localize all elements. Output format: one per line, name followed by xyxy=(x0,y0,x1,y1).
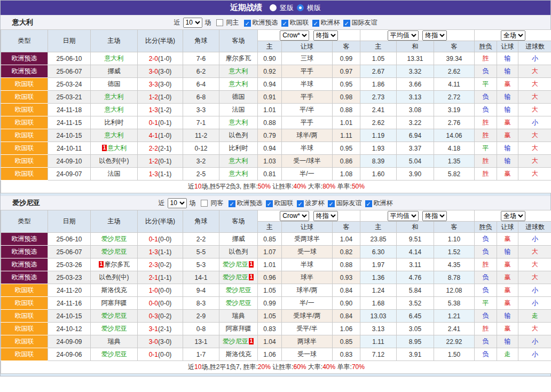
team-name-link[interactable]: 瑞典 xyxy=(232,312,245,319)
team-name-link[interactable]: 意大利 xyxy=(105,131,124,139)
league-checkbox[interactable]: ✓ xyxy=(244,20,251,27)
team-name-link[interactable]: 爱沙尼亚 xyxy=(226,286,251,294)
team-name-link[interactable]: 爱沙尼亚 xyxy=(223,273,248,281)
team-name-link[interactable]: 爱沙尼亚 xyxy=(101,350,127,358)
team-name-link[interactable]: 意大利 xyxy=(107,144,127,152)
team-name-link[interactable]: 摩尔多瓦 xyxy=(104,261,130,268)
bookmaker-select[interactable]: Crow* xyxy=(280,30,309,41)
fulltime-select[interactable]: 全场 xyxy=(501,30,525,41)
team-name-link[interactable]: 阿塞拜疆 xyxy=(226,325,251,332)
bookmaker-stage-select[interactable]: 终指 xyxy=(313,211,338,221)
bookmaker-stage-select[interactable]: 终指 xyxy=(313,30,338,41)
team-name-link[interactable]: 摩尔多瓦 xyxy=(226,54,251,62)
team-name-link[interactable]: 爱沙尼亚 xyxy=(101,312,127,319)
bookmaker-select-cell: Crow* 终指 xyxy=(258,30,360,41)
league-checkbox[interactable]: ✓ xyxy=(343,20,350,27)
team-name-link[interactable]: 意大利 xyxy=(105,93,124,100)
score-cell[interactable]: 1-3(1-1) xyxy=(138,246,183,258)
average-stage-select[interactable]: 终指 xyxy=(422,30,447,41)
league-checkbox[interactable]: ✓ xyxy=(229,200,235,207)
team-name-link[interactable]: 法国 xyxy=(232,106,245,113)
team-name-link[interactable]: 斯洛伐克 xyxy=(226,350,251,358)
score-cell[interactable]: 0-1(0-0) xyxy=(138,233,183,246)
team-name-link[interactable]: 意大利 xyxy=(229,67,248,75)
score-cell[interactable]: 4-1(1-0) xyxy=(138,129,183,142)
average-stage-select[interactable]: 终指 xyxy=(422,211,447,221)
score-cell[interactable]: 3-3(3-0) xyxy=(138,78,183,91)
team-name-link[interactable]: 意大利 xyxy=(229,157,248,164)
team-name-link[interactable]: 意大利 xyxy=(229,119,248,126)
horizontal-layout-radio[interactable] xyxy=(297,4,304,11)
score-cell[interactable]: 0-0(0-0) xyxy=(138,297,183,310)
bookmaker-select[interactable]: Crow* xyxy=(280,211,309,221)
league-checkbox[interactable]: ✓ xyxy=(312,20,319,27)
subcol-handicap-result: 让球 xyxy=(497,222,518,233)
score-cell[interactable]: 3-0(3-0) xyxy=(138,65,183,78)
team-name-link[interactable]: 德国 xyxy=(108,80,121,88)
team-name-link[interactable]: 爱沙尼亚 xyxy=(223,261,248,268)
fulltime-select[interactable]: 全场 xyxy=(501,211,525,221)
team-name-link[interactable]: 以色列(中) xyxy=(99,157,129,164)
same-venue-checkbox[interactable] xyxy=(201,200,208,207)
average-select[interactable]: 平均值 xyxy=(388,211,419,221)
match-row: 欧洲预选 25-06-10 意大利 2-0(1-0) 7-6 摩尔多瓦 0.90… xyxy=(1,52,551,65)
avg-home-odds-cell: 23.85 xyxy=(360,233,397,246)
home-cell: 爱沙尼亚 xyxy=(91,310,138,323)
vertical-layout-label[interactable]: 竖版 xyxy=(280,3,294,13)
score-cell[interactable]: 1-3(1-2) xyxy=(138,104,183,116)
team-name-link[interactable]: 比利时 xyxy=(105,119,124,126)
score-cell[interactable]: 0-1(0-1) xyxy=(138,116,183,129)
score-cell[interactable]: 2-3(0-2) xyxy=(138,258,183,271)
same-venue-checkbox[interactable] xyxy=(216,19,223,26)
match-count-select[interactable]: 10 xyxy=(168,198,187,208)
league-checkbox[interactable]: ✓ xyxy=(297,200,304,207)
result-text: 赢 xyxy=(505,235,511,242)
score-cell[interactable]: 1-0(0-0) xyxy=(138,284,183,297)
team-name-link[interactable]: 挪威 xyxy=(108,67,121,75)
team-name-link[interactable]: 意大利 xyxy=(229,80,248,88)
league-checkbox[interactable]: ✓ xyxy=(365,200,372,207)
match-count-select[interactable]: 10 xyxy=(183,18,202,28)
team-name-link[interactable]: 意大利 xyxy=(105,106,124,113)
score-cell[interactable]: 2-2(2-1) xyxy=(138,142,183,155)
score-cell[interactable]: 1-2(1-0) xyxy=(138,91,183,104)
team-name-link[interactable]: 爱沙尼亚 xyxy=(226,299,251,307)
team-name-link[interactable]: 意大利 xyxy=(229,170,248,177)
vertical-layout-radio[interactable] xyxy=(270,4,277,11)
team-name-link[interactable]: 爱沙尼亚 xyxy=(101,325,127,332)
horizontal-layout-label[interactable]: 横版 xyxy=(307,3,321,13)
team-name-link[interactable]: 挪威 xyxy=(232,235,245,242)
score-cell[interactable]: 1-3(1-1) xyxy=(138,168,183,181)
team-name-link[interactable]: 爱沙尼亚 xyxy=(223,338,248,345)
score-cell[interactable]: 3-1(2-1) xyxy=(138,323,183,335)
team-name-link[interactable]: 意大利 xyxy=(105,54,124,62)
away-cell: 意大利 xyxy=(219,78,258,91)
score-cell[interactable]: 0-1(0-0) xyxy=(138,348,183,361)
result-text: 平 xyxy=(483,144,489,152)
team-name-link[interactable]: 法国 xyxy=(108,170,121,177)
score-cell[interactable]: 3-0(3-0) xyxy=(138,335,183,348)
team-name-link[interactable]: 以色列 xyxy=(229,248,248,255)
score-cell[interactable]: 2-0(1-0) xyxy=(138,52,183,65)
corner-cell: 2-9 xyxy=(183,310,219,323)
league-checkbox[interactable]: ✓ xyxy=(328,200,335,207)
average-select[interactable]: 平均值 xyxy=(388,30,419,41)
league-checkbox[interactable]: ✓ xyxy=(281,20,288,27)
handicap-result-cell: 输 xyxy=(497,155,518,168)
team-name-link[interactable]: 阿塞拜疆 xyxy=(101,299,127,307)
team-name-link[interactable]: 爱沙尼亚 xyxy=(101,248,127,255)
team-name-link[interactable]: 爱沙尼亚 xyxy=(101,235,127,242)
team-name-link[interactable]: 德国 xyxy=(232,93,245,100)
league-checkbox[interactable]: ✓ xyxy=(266,200,273,207)
avg-home-odds-cell: 1.11 xyxy=(360,335,397,348)
team-name-link[interactable]: 瑞典 xyxy=(108,338,121,345)
score-cell[interactable]: 2-1(1-1) xyxy=(138,271,183,284)
team-name-link[interactable]: 比利时 xyxy=(229,144,248,152)
corner-cell: 9-4 xyxy=(183,284,219,297)
team-name-link[interactable]: 斯洛伐克 xyxy=(101,286,127,294)
corner-cell: 13-1 xyxy=(183,335,219,348)
score-cell[interactable]: 0-3(0-2) xyxy=(138,310,183,323)
score-cell[interactable]: 1-2(0-1) xyxy=(138,155,183,168)
team-name-link[interactable]: 以色列(中) xyxy=(99,273,129,281)
team-name-link[interactable]: 以色列 xyxy=(229,131,248,139)
